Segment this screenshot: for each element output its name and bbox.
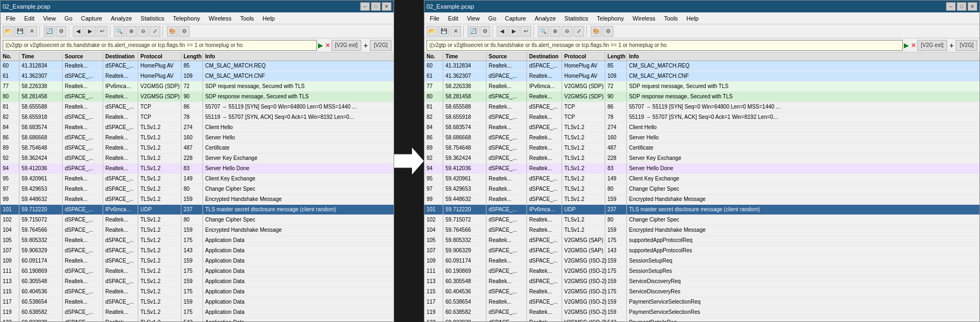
right-filter-clear-icon[interactable]: ✕ [911,42,916,49]
right-zoom-reset-button[interactable]: ⤢ [573,26,584,37]
right-forward-button[interactable]: ▶ [509,26,519,37]
table-row[interactable]: 61 41.362307 dSPACE_... Realtek... HomeP… [1,71,394,82]
table-row[interactable]: 107 59.906329 dSPACE_... dSPACE_... TLSv… [1,246,394,256]
table-row[interactable]: 60 41.312834 Realtek... dSPACE_... HomeP… [424,61,979,71]
table-row[interactable]: 95 59.420961 Realtek... dSPACE_... TLSv1… [424,174,979,184]
forward-button[interactable]: ▶ [85,26,96,37]
right-menu-view[interactable]: View [463,14,484,23]
table-row[interactable]: 99 59.448632 Realtek... dSPACE_... TLSv1… [424,194,979,205]
right-close-button[interactable]: ✕ [968,2,977,11]
right-add-filter-button[interactable]: + [949,41,954,50]
table-row[interactable]: 115 60.404536 dSPACE_... Realtek... V2GM… [424,287,979,297]
table-row[interactable]: 122 60.823838 dSPACE_... Realtek... V2GM… [424,318,979,321]
find-button[interactable]: 🔍 [114,26,125,37]
right-save-button[interactable]: 💾 [438,26,449,37]
table-row[interactable]: 89 58.754648 dSPACE_... Realtek... TLSv1… [424,143,979,153]
right-back-button[interactable]: ◀ [497,26,508,37]
menu-statistics[interactable]: Statistics [136,14,168,23]
table-row[interactable]: 117 60.538654 Realtek... dSPACE_... TLSv… [1,297,394,307]
right-prefs-button[interactable]: ⚙ [603,26,613,37]
table-row[interactable]: 117 60.538654 Realtek... dSPACE_... V2GM… [424,297,979,307]
filter-clear-icon[interactable]: ✕ [325,42,330,49]
table-row[interactable]: 92 59.362424 dSPACE_... Realtek... TLSv1… [1,153,394,164]
right-filter-apply-icon[interactable]: ▶ [904,42,909,49]
menu-go[interactable]: Go [60,14,77,23]
table-row[interactable]: 94 59.412036 dSPACE_... Realtek... TLSv1… [424,164,979,174]
table-row[interactable]: 80 58.281458 dSPACE_... Realtek... V2GMS… [1,92,394,102]
table-row[interactable]: 97 59.429653 Realtek... dSPACE_... TLSv1… [1,184,394,194]
colorize-button[interactable]: 🎨 [167,26,178,37]
maximize-button[interactable]: □ [371,2,381,11]
prefs-button[interactable]: ⚙ [179,26,190,37]
table-row[interactable]: 77 58.226338 Realtek... IPv6mca... V2GMS… [424,82,979,92]
table-row[interactable]: 89 58.754648 dSPACE_... Realtek... TLSv1… [1,143,394,153]
filter-apply-icon[interactable]: ▶ [318,42,323,49]
table-row[interactable]: 82 58.655918 dSPACE_... Realtek... TCP 7… [424,112,979,123]
table-row[interactable]: 86 58.686668 dSPACE_... Realtek... TLSv1… [1,133,394,143]
back-button[interactable]: ◀ [73,26,84,37]
right-zoom-in-button[interactable]: ⊕ [550,26,560,37]
table-row[interactable]: 111 60.190869 dSPACE_... Realtek... TLSv… [1,266,394,277]
right-menu-go[interactable]: Go [484,14,501,23]
zoom-reset-button[interactable]: ⤢ [150,26,160,37]
table-row[interactable]: 99 59.448632 Realtek... dSPACE_... TLSv1… [1,194,394,205]
right-goto-button[interactable]: ↩ [521,26,531,37]
table-row[interactable]: 60 41.312834 Realtek... dSPACE_... HomeP… [1,61,394,71]
right-menu-help[interactable]: Help [682,14,703,23]
table-row[interactable]: 92 59.362424 dSPACE_... Realtek... TLSv1… [424,153,979,164]
right-find-button[interactable]: 🔍 [538,26,549,37]
right-open-button[interactable]: 📂 [427,26,437,37]
right-menu-edit[interactable]: Edit [444,14,463,23]
save-button[interactable]: 💾 [15,26,25,37]
right-maximize-button[interactable]: □ [957,2,967,11]
left-filter-input[interactable] [3,40,317,51]
add-filter-button[interactable]: + [363,41,368,50]
table-row[interactable]: 81 58.655588 Realtek... dSPACE_... TCP 8… [1,102,394,112]
right-menu-tools[interactable]: Tools [660,14,682,23]
table-row[interactable]: 104 59.764566 dSPACE_... Realtek... TLSv… [1,225,394,236]
table-row[interactable]: 101 59.712220 dSPACE_... IPv6mca... UDP … [1,205,394,215]
table-row[interactable]: 107 59.906329 dSPACE_... dSPACE_... V2GM… [424,246,979,256]
table-row[interactable]: 61 41.362307 dSPACE_... Realtek... HomeP… [424,71,979,82]
table-row[interactable]: 104 59.764566 dSPACE_... Realtek... TLSv… [424,225,979,236]
menu-wireless[interactable]: Wireless [205,14,236,23]
table-row[interactable]: 109 60.091174 Realtek... dSPACE_... V2GM… [424,256,979,266]
table-row[interactable]: 97 59.429653 Realtek... dSPACE_... TLSv1… [424,184,979,194]
minimize-button[interactable]: ─ [360,2,370,11]
table-row[interactable]: 119 60.638582 dSPACE_... Realtek... TLSv… [1,307,394,318]
table-row[interactable]: 102 59.715072 dSPACE_... Realtek... TLSv… [424,215,979,225]
right-reload-button[interactable]: 🔄 [468,26,478,37]
menu-telephony[interactable]: Telephony [168,14,204,23]
right-menu-telephony[interactable]: Telephony [592,14,628,23]
table-row[interactable]: 102 59.715072 dSPACE_... Realtek... TLSv… [1,215,394,225]
table-row[interactable]: 77 58.226338 Realtek... IPv6mca... V2GMS… [1,82,394,92]
right-menu-analyze[interactable]: Analyze [530,14,560,23]
right-menu-statistics[interactable]: Statistics [560,14,592,23]
table-row[interactable]: 105 59.805332 Realtek... dSPACE_... TLSv… [1,236,394,246]
close-capture-button[interactable]: ✕ [26,26,37,37]
menu-tools[interactable]: Tools [236,14,259,23]
table-row[interactable]: 80 58.281458 dSPACE_... Realtek... V2GMS… [424,92,979,102]
menu-capture[interactable]: Capture [77,14,106,23]
menu-view[interactable]: View [39,14,60,23]
close-button[interactable]: ✕ [382,2,391,11]
goto-button[interactable]: ↩ [97,26,107,37]
table-row[interactable]: 86 58.686668 dSPACE_... Realtek... TLSv1… [424,133,979,143]
menu-file[interactable]: File [2,14,20,23]
menu-analyze[interactable]: Analyze [106,14,136,23]
right-capture-options-button[interactable]: ⚙ [479,26,490,37]
table-row[interactable]: 113 60.305548 Realtek... dSPACE_... TLSv… [1,277,394,287]
right-filter-input[interactable] [427,40,903,51]
capture-options-button[interactable]: ⚙ [56,26,66,37]
zoom-out-button[interactable]: ⊖ [138,26,148,37]
table-row[interactable]: 81 58.655588 Realtek... dSPACE_... TCP 8… [424,102,979,112]
table-row[interactable]: 115 60.404536 dSPACE_... Realtek... TLSv… [1,287,394,297]
table-row[interactable]: 101 59.712220 dSPACE_... IPv6mca... UDP … [424,205,979,215]
menu-help[interactable]: Help [258,14,279,23]
menu-edit[interactable]: Edit [20,14,39,23]
right-minimize-button[interactable]: ─ [946,2,956,11]
right-menu-file[interactable]: File [425,14,444,23]
table-row[interactable]: 105 59.805332 Realtek... dSPACE_... V2GM… [424,236,979,246]
reload-button[interactable]: 🔄 [44,26,55,37]
table-row[interactable]: 113 60.305548 Realtek... dSPACE_... V2GM… [424,277,979,287]
